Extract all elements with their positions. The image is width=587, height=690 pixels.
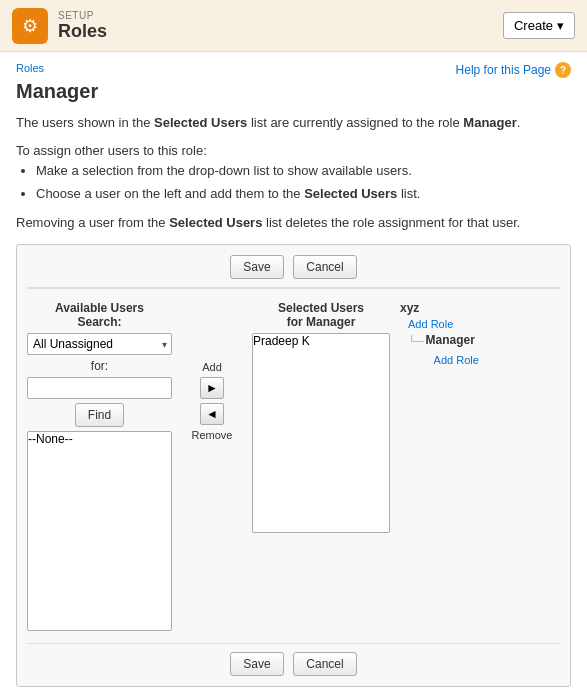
help-link[interactable]: Help for this Page ?	[456, 62, 571, 78]
add-button[interactable]: ►	[200, 377, 224, 399]
selected-user-pradeep: Pradeep K	[253, 334, 389, 348]
description-text: The users shown in the Selected Users li…	[16, 113, 571, 133]
instructions-intro: To assign other users to this role:	[16, 143, 207, 158]
warning-text: Removing a user from the Selected Users …	[16, 213, 571, 233]
add-label: Add	[202, 361, 222, 373]
available-users-list[interactable]: --None--	[27, 431, 172, 631]
cancel-button-top[interactable]: Cancel	[293, 255, 356, 279]
remove-button[interactable]: ◄	[200, 403, 224, 425]
cancel-button-bottom[interactable]: Cancel	[293, 652, 356, 676]
add-role-link-bottom[interactable]: Add Role	[434, 354, 479, 366]
add-remove-section: Add ► ◄ Remove	[182, 301, 242, 441]
org-name: xyz	[400, 301, 560, 315]
panel-footer: Save Cancel	[27, 643, 560, 676]
available-users-section: Available UsersSearch: All Unassigned Al…	[27, 301, 172, 631]
tree-content: Manager Add Role	[426, 331, 479, 369]
header-title-block: SETUP Roles	[58, 10, 107, 42]
tree-lines: └─	[408, 333, 424, 351]
setup-label: SETUP	[58, 10, 107, 21]
role-name-heading: Manager	[16, 80, 98, 103]
help-link-text: Help for this Page	[456, 63, 551, 77]
breadcrumb[interactable]: Roles	[16, 62, 44, 74]
create-button[interactable]: Create ▾	[503, 12, 575, 39]
main-panel: Save Cancel Available UsersSearch: All U…	[16, 244, 571, 687]
save-button-bottom[interactable]: Save	[230, 652, 283, 676]
for-label: for:	[27, 359, 172, 373]
available-users-title: Available UsersSearch:	[27, 301, 172, 329]
dropdown-wrap[interactable]: All Unassigned All Users Subordinate Rol…	[27, 333, 172, 355]
available-users-dropdown[interactable]: All Unassigned All Users Subordinate Rol…	[27, 333, 172, 355]
setup-icon: ⚙	[12, 8, 48, 44]
none-option: --None--	[28, 432, 171, 446]
instruction-item-2: Choose a user on the left and add them t…	[36, 184, 571, 205]
create-button-arrow: ▾	[557, 18, 564, 33]
selected-users-title: Selected Usersfor Manager	[252, 301, 390, 329]
hierarchy-section: xyz Add Role └─ Manager Add Role	[400, 301, 560, 369]
page-header: ⚙ SETUP Roles Create ▾	[0, 0, 587, 52]
create-button-label: Create	[514, 18, 553, 33]
add-role-link-top[interactable]: Add Role	[408, 318, 453, 330]
header-left: ⚙ SETUP Roles	[12, 8, 107, 44]
header-page-title: Roles	[58, 21, 107, 42]
main-content: Roles Help for this Page ? Manager The u…	[0, 52, 587, 690]
panel-toolbar: Save Cancel	[27, 255, 560, 289]
panel-body: Available UsersSearch: All Unassigned Al…	[27, 301, 560, 631]
find-button[interactable]: Find	[75, 403, 124, 427]
selected-users-section: Selected Usersfor Manager Pradeep K	[252, 301, 390, 533]
selected-users-list[interactable]: Pradeep K	[252, 333, 390, 533]
tree-item-manager: └─ Manager Add Role	[408, 331, 560, 369]
instructions-block: To assign other users to this role: Make…	[16, 141, 571, 205]
tree-role-name: Manager	[426, 331, 479, 350]
remove-label: Remove	[192, 429, 233, 441]
help-icon: ?	[555, 62, 571, 78]
page-heading: Manager	[16, 80, 571, 103]
breadcrumb-link[interactable]: Roles	[16, 62, 44, 74]
save-button-top[interactable]: Save	[230, 255, 283, 279]
instruction-item-1: Make a selection from the drop-down list…	[36, 161, 571, 182]
search-input[interactable]	[27, 377, 172, 399]
